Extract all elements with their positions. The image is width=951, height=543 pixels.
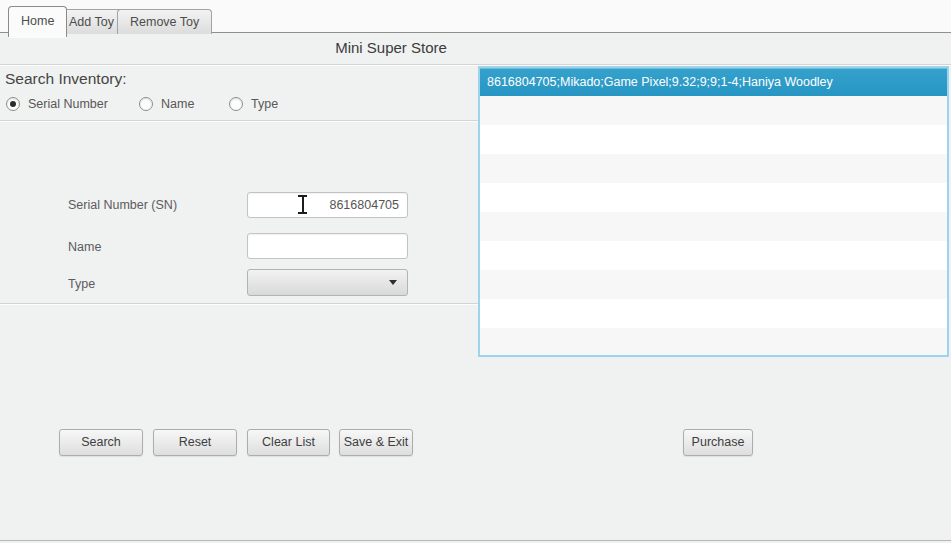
radio-type[interactable]: Type bbox=[229, 94, 278, 114]
radio-name[interactable]: Name bbox=[139, 94, 194, 114]
tab-bar: Home Add Toy Remove Toy bbox=[0, 0, 951, 33]
tab-home[interactable]: Home bbox=[8, 6, 67, 37]
serial-number-input[interactable] bbox=[247, 192, 408, 218]
section-divider bbox=[0, 303, 478, 304]
radio-unselected-icon bbox=[229, 97, 243, 111]
radio-label: Serial Number bbox=[28, 97, 108, 111]
page-title: Mini Super Store bbox=[0, 34, 782, 64]
chevron-down-icon bbox=[389, 280, 397, 285]
reset-button[interactable]: Reset bbox=[153, 429, 237, 456]
search-button[interactable]: Search bbox=[59, 429, 143, 456]
type-dropdown[interactable] bbox=[247, 269, 408, 296]
name-input[interactable] bbox=[247, 233, 408, 259]
list-item-selected[interactable]: 8616804705;Mikado;Game Pixel;9.32;9;9;1-… bbox=[480, 68, 947, 96]
app-window: Home Add Toy Remove Toy Mini Super Store… bbox=[0, 0, 951, 543]
window-bottom-edge bbox=[0, 540, 951, 541]
tab-remove-toy[interactable]: Remove Toy bbox=[117, 9, 212, 34]
clear-list-button[interactable]: Clear List bbox=[247, 429, 330, 456]
radio-label: Name bbox=[161, 97, 194, 111]
save-exit-button[interactable]: Save & Exit bbox=[339, 429, 413, 456]
radio-selected-icon bbox=[6, 97, 20, 111]
search-inventory-heading: Search Inventory: bbox=[5, 70, 126, 88]
purchase-button[interactable]: Purchase bbox=[683, 429, 753, 456]
name-label: Name bbox=[68, 240, 101, 254]
section-divider bbox=[0, 120, 478, 121]
radio-label: Type bbox=[251, 97, 278, 111]
serial-number-label: Serial Number (SN) bbox=[68, 198, 177, 212]
list-empty-rows bbox=[480, 96, 947, 355]
search-mode-radio-group: Serial Number Name Type bbox=[0, 94, 470, 116]
title-divider bbox=[0, 64, 951, 65]
inventory-list[interactable]: 8616804705;Mikado;Game Pixel;9.32;9;9;1-… bbox=[478, 66, 949, 357]
radio-unselected-icon bbox=[139, 97, 153, 111]
radio-serial-number[interactable]: Serial Number bbox=[6, 94, 108, 114]
type-label: Type bbox=[68, 277, 95, 291]
